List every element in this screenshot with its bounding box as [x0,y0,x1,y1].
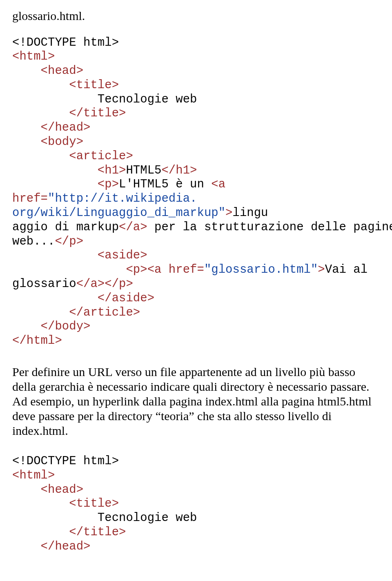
code-string: "http://it.wikipedia. [48,192,197,205]
code-tag: <p> [12,178,119,191]
code-tag: <title> [12,497,119,510]
code-tag: <h1> [12,164,126,177]
code-tag: </head> [12,540,90,553]
code-tag: </aside> [12,292,154,305]
code-text: Vai al [325,263,368,276]
code-text: Tecnologie web [12,93,197,106]
code-tag: <a [211,178,232,191]
code-text: HTML5 [126,164,161,177]
code-tag: <article> [12,149,133,163]
code-text: lingu [233,206,268,220]
code-string: org/wiki/Linguaggio_di_markup" [12,206,225,220]
code-line: <!DOCTYPE html> [12,36,119,49]
code-tag: <body> [12,135,83,149]
code-attr: href= [12,192,48,205]
code-tag: </p> [55,235,83,248]
code-tag: <aside> [12,249,147,262]
code-tag: </title> [12,525,126,539]
code-block-1: <!DOCTYPE html> <html> <head> <title> Te… [12,36,380,349]
code-text: L'HTML5 è un [119,178,211,191]
code-tag: </head> [12,121,90,134]
code-tag: </title> [12,107,126,120]
code-text: per la strutturazione delle pagine [147,220,392,234]
code-tag: <head> [12,483,83,496]
code-text: Tecnologie web [12,511,197,525]
code-tag: > [318,263,325,276]
code-tag: </article> [12,306,140,319]
code-tag: <head> [12,64,83,78]
code-tag: > [225,206,232,220]
code-tag: <html> [12,50,55,63]
code-string: "glossario.html" [204,263,318,276]
code-text: web... [12,235,55,248]
code-tag: <title> [12,78,119,92]
intro-text: glossario.html. [12,8,380,24]
code-block-2: <!DOCTYPE html> <html> <head> <title> Te… [12,454,380,554]
body-paragraph: Per definire un URL verso un file appart… [12,365,380,438]
code-tag: </h1> [161,164,197,177]
code-tag: <p><a href= [12,263,204,276]
code-tag: </a></p> [76,277,133,291]
code-line: <!DOCTYPE html> [12,454,119,468]
code-text: aggio di markup [12,220,119,234]
code-tag: </a> [119,220,147,234]
code-tag: <html> [12,469,55,482]
code-text: glossario [12,277,76,291]
code-tag: </body> [12,320,90,333]
code-tag: </html> [12,334,62,347]
